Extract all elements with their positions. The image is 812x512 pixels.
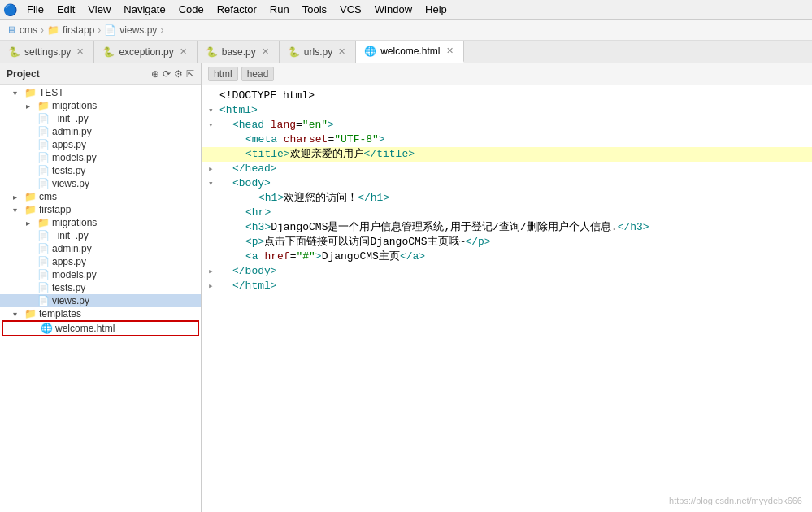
- tab-close-urls[interactable]: ✕: [337, 46, 347, 57]
- code-text: <a href="#">DjangoCMS主页</a>: [219, 249, 805, 264]
- sync-icon[interactable]: ⟳: [163, 68, 171, 80]
- tree-label: apps.py: [52, 256, 86, 267]
- folder-icon: 📁: [47, 24, 59, 36]
- folder-icon: 📁: [37, 100, 50, 111]
- tree-item-templates[interactable]: ▾ 📁 templates: [0, 307, 201, 320]
- code-content[interactable]: <!DOCTYPE html> ▾ <html> ▾ <head lang="e…: [202, 85, 812, 512]
- tree-item-tests-firstapp[interactable]: 📄 tests.py: [0, 281, 201, 294]
- html-icon: 🌐: [364, 46, 376, 57]
- menu-run[interactable]: Run: [263, 2, 296, 17]
- tab-close-welcome[interactable]: ✕: [445, 46, 455, 56]
- py-icon: 📄: [37, 113, 50, 124]
- tree-item-models-firstapp[interactable]: 📄 models.py: [0, 268, 201, 281]
- toggle-test[interactable]: ▾: [13, 89, 24, 98]
- tree-item-cms[interactable]: ▸ 📁 cms: [0, 190, 201, 203]
- py-icon: 📄: [37, 178, 50, 189]
- tab-exception-py[interactable]: 🐍 exception.py ✕: [94, 41, 197, 63]
- tree-item-firstapp[interactable]: ▾ 📁 firstapp: [0, 203, 201, 216]
- tree-label: models.py: [52, 269, 97, 280]
- tree-label: views.py: [52, 178, 89, 189]
- py-icon: 📄: [37, 152, 50, 163]
- folder-icon-test: 📁: [24, 87, 37, 98]
- menu-help[interactable]: Help: [419, 2, 454, 17]
- tree-item-models-test[interactable]: 📄 models.py: [0, 151, 201, 164]
- py-icon: 📄: [37, 256, 50, 267]
- tree-label-welcome-html: welcome.html: [55, 323, 115, 334]
- tab-bar: 🐍 settings.py ✕ 🐍 exception.py ✕ 🐍 base.…: [0, 41, 812, 63]
- toggle-templates[interactable]: ▾: [13, 310, 24, 319]
- tree-label-views-firstapp: views.py: [52, 295, 89, 306]
- settings-icon[interactable]: ⚙: [174, 68, 183, 80]
- tree-item-views-firstapp[interactable]: 📄 views.py: [0, 294, 201, 307]
- tab-close-base[interactable]: ✕: [260, 46, 271, 57]
- tab-welcome-html[interactable]: 🌐 welcome.html ✕: [356, 41, 463, 63]
- menu-refactor[interactable]: Refactor: [211, 2, 263, 17]
- tree-item-admin-firstapp[interactable]: 📄 admin.py: [0, 242, 201, 255]
- code-text: <meta charset="UTF-8">: [219, 132, 805, 147]
- code-line-8: <h1>欢迎您的访问！</h1>: [202, 191, 812, 206]
- tree-item-test[interactable]: ▾ 📁 TEST: [0, 86, 201, 99]
- tree-item-init-test[interactable]: 📄 _init_.py: [0, 112, 201, 125]
- toggle-firstapp[interactable]: ▾: [13, 206, 24, 215]
- py-icon: 📄: [37, 282, 50, 293]
- tree-item-apps-test[interactable]: 📄 apps.py: [0, 138, 201, 151]
- tree-item-admin-test[interactable]: 📄 admin.py: [0, 125, 201, 138]
- breadcrumb-firstapp[interactable]: firstapp: [63, 24, 94, 36]
- tab-base-py[interactable]: 🐍 base.py ✕: [198, 41, 280, 63]
- fold-icon[interactable]: ▸: [208, 264, 219, 279]
- code-line-7: ▾ <body>: [202, 176, 812, 191]
- py-icon: 🐍: [102, 46, 115, 58]
- tree-label: admin.py: [52, 126, 92, 137]
- collapse-icon[interactable]: ⇱: [186, 68, 194, 80]
- tree-item-views-test[interactable]: 📄 views.py: [0, 177, 201, 190]
- tab-settings-py[interactable]: 🐍 settings.py ✕: [0, 41, 94, 63]
- py-icon: 📄: [37, 126, 50, 137]
- tree-label: tests.py: [52, 282, 85, 293]
- tree-item-init-firstapp[interactable]: 📄 _init_.py: [0, 229, 201, 242]
- code-line-13: ▸ </body>: [202, 264, 812, 279]
- code-text: <h3>DjangoCMS是一个用户信息管理系统,用于登记/查询/删除用户个人信…: [219, 220, 805, 235]
- code-line-10: <h3>DjangoCMS是一个用户信息管理系统,用于登记/查询/删除用户个人信…: [202, 220, 812, 235]
- tab-urls-py[interactable]: 🐍 urls.py ✕: [280, 41, 356, 63]
- py-icon: 🐍: [206, 46, 218, 58]
- toggle-migrations-firstapp[interactable]: ▸: [26, 219, 37, 228]
- menu-tools[interactable]: Tools: [296, 2, 333, 17]
- menu-edit[interactable]: Edit: [50, 2, 81, 17]
- tree-item-migrations-test[interactable]: ▸ 📁 migrations: [0, 99, 201, 112]
- py-icon: 📄: [37, 165, 50, 176]
- menu-code[interactable]: Code: [172, 2, 211, 17]
- py-icon: 📄: [37, 230, 50, 241]
- menu-view[interactable]: View: [81, 2, 117, 17]
- menu-window[interactable]: Window: [368, 2, 419, 17]
- fold-icon[interactable]: ▾: [208, 103, 219, 118]
- tree-item-migrations-firstapp[interactable]: ▸ 📁 migrations: [0, 216, 201, 229]
- tree-label: _init_.py: [52, 230, 89, 241]
- tree-label: models.py: [52, 152, 97, 163]
- fold-icon[interactable]: ▸: [208, 162, 219, 176]
- tree-label: migrations: [52, 217, 97, 228]
- tree-label: migrations: [52, 100, 97, 111]
- toggle-migrations-test[interactable]: ▸: [26, 102, 37, 111]
- py-icon: 📄: [37, 139, 50, 150]
- code-text: <body>: [219, 176, 805, 191]
- breadcrumb-bar: 🖥 cms › 📁 firstapp › 📄 views.py ›: [0, 20, 812, 41]
- tree-label-firstapp: firstapp: [39, 204, 71, 215]
- tab-close-settings[interactable]: ✕: [75, 46, 85, 57]
- tree-item-welcome-html[interactable]: 🌐 welcome.html: [2, 320, 199, 336]
- code-line-14: ▸ </html>: [202, 279, 812, 293]
- tree-label: _init_.py: [52, 113, 89, 124]
- code-breadcrumb: html head: [202, 63, 812, 85]
- tab-close-exception[interactable]: ✕: [178, 46, 189, 57]
- menu-navigate[interactable]: Navigate: [117, 2, 172, 17]
- menu-vcs[interactable]: VCS: [333, 2, 368, 17]
- toggle-cms[interactable]: ▸: [13, 193, 24, 202]
- menu-file[interactable]: File: [20, 2, 50, 17]
- plus-icon[interactable]: ⊕: [151, 68, 159, 80]
- fold-icon[interactable]: ▾: [208, 118, 219, 132]
- tree-item-apps-firstapp[interactable]: 📄 apps.py: [0, 255, 201, 268]
- fold-icon[interactable]: ▾: [208, 176, 219, 191]
- fold-icon[interactable]: ▸: [208, 279, 219, 293]
- tree-item-tests-test[interactable]: 📄 tests.py: [0, 164, 201, 177]
- breadcrumb-cms[interactable]: cms: [20, 24, 37, 36]
- breadcrumb-viewspy[interactable]: views.py: [119, 24, 157, 36]
